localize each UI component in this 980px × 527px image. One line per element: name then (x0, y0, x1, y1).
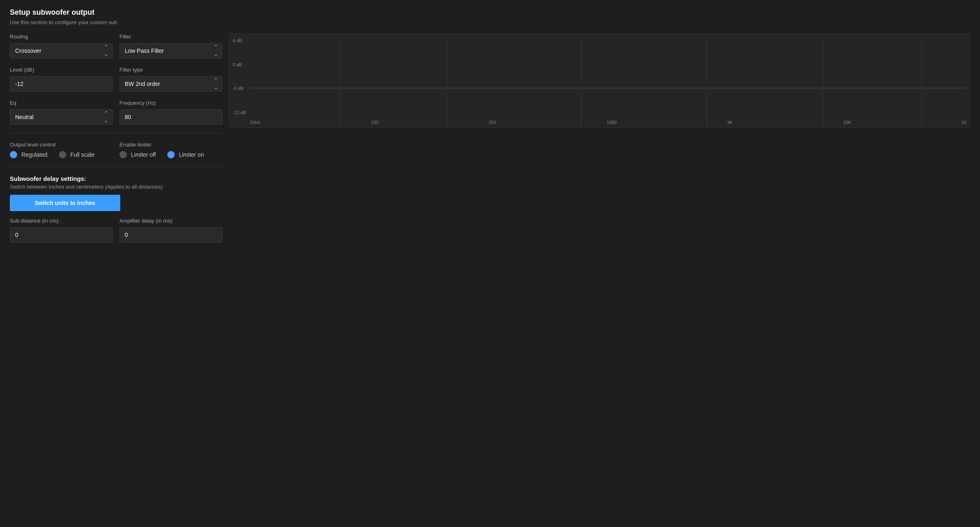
filter-select[interactable]: Low Pass Filter High Pass Filter Band Pa… (119, 43, 223, 59)
delay-settings-subtitle: Switch between Inches and centimeters (A… (10, 184, 223, 190)
filter-label: Filter (119, 34, 223, 40)
fullscale-dot (59, 151, 66, 158)
eq-select[interactable]: Neutral Flat Custom (10, 109, 113, 125)
amplifier-delay-input[interactable] (119, 227, 223, 243)
routing-select-wrapper: Crossover Full range Bypass ⌃⌄ (10, 43, 113, 59)
limiter-toggles: Limiter off Limiter on (119, 151, 223, 158)
frequency-input[interactable] (119, 109, 223, 125)
eq-select-wrapper: Neutral Flat Custom ⌃⌄ (10, 109, 113, 125)
limiter-off-label: Limiter off (131, 151, 156, 158)
limiter-on-dot (167, 151, 175, 158)
eq-frequency-row: Eq Neutral Flat Custom ⌃⌄ Frequency (Hz) (10, 100, 223, 125)
fullscale-toggle-group[interactable]: Full scale (59, 151, 94, 158)
eq-label: Eq (10, 100, 113, 106)
sub-distance-col: Sub distance (in cm): (10, 218, 113, 243)
page-title: Setup subwoofer output (10, 8, 970, 17)
level-label: Level (dB) (10, 67, 113, 73)
main-layout: Routing Crossover Full range Bypass ⌃⌄ F… (10, 34, 970, 243)
sub-delay-row: Sub distance (in cm): Amplifier delay (i… (10, 218, 223, 243)
delay-settings-section: Subwoofer delay settings: Switch between… (10, 175, 223, 243)
sub-distance-label: Sub distance (in cm): (10, 218, 113, 224)
level-input[interactable] (10, 76, 113, 92)
chart-svg (250, 38, 967, 128)
divider-2 (10, 167, 223, 167)
eq-col: Eq Neutral Flat Custom ⌃⌄ (10, 100, 113, 125)
regulated-toggle-group[interactable]: Regulated (10, 151, 47, 158)
regulated-dot (10, 151, 17, 158)
x-label-10k: 10K (843, 120, 851, 125)
output-level-toggles: Regulated Full scale (10, 151, 113, 158)
routing-col: Routing Crossover Full range Bypass ⌃⌄ (10, 34, 113, 59)
output-level-label: Output level control (10, 142, 113, 148)
filter-select-wrapper: Low Pass Filter High Pass Filter Band Pa… (119, 43, 223, 59)
divider-1 (10, 133, 223, 133)
filter-type-select[interactable]: BW 2nd order LR 2nd order BW 4th order L… (119, 76, 223, 92)
limiter-off-toggle-group[interactable]: Limiter off (119, 151, 156, 158)
switch-units-button[interactable]: Switch units to inches (10, 195, 120, 211)
x-label-100: 100 (371, 120, 378, 125)
frequency-col: Frequency (Hz) (119, 100, 223, 125)
sub-distance-input[interactable] (10, 227, 113, 243)
x-label-20hz: 20Hz (250, 120, 261, 125)
limiter-on-toggle-group[interactable]: Limiter on (167, 151, 204, 158)
delay-settings-title: Subwoofer delay settings: (10, 175, 223, 182)
enable-limiter-col: Enable limiter Limiter off Limiter on (119, 142, 223, 158)
page-container: Setup subwoofer output Use this section … (10, 8, 970, 243)
chart-x-labels: 20Hz 100 250 1000 3K 10K 20 (250, 120, 967, 125)
filter-type-col: Filter type BW 2nd order LR 2nd order BW… (119, 67, 223, 92)
x-label-250: 250 (489, 120, 496, 125)
routing-label: Routing (10, 34, 113, 40)
chart-panel: 6 dB 0 dB -6 dB -12 dB (229, 34, 970, 243)
enable-limiter-label: Enable limiter (119, 142, 223, 148)
x-label-20: 20 (962, 120, 967, 125)
frequency-chart: 6 dB 0 dB -6 dB -12 dB (229, 34, 970, 128)
amplifier-delay-col: Amplifier delay (in ms): (119, 218, 223, 243)
level-filtertype-row: Level (dB) Filter type BW 2nd order LR 2… (10, 67, 223, 92)
regulated-label: Regulated (21, 151, 47, 158)
y-label-0db: 0 dB (233, 62, 246, 67)
amplifier-delay-label: Amplifier delay (in ms): (119, 218, 223, 224)
frequency-label: Frequency (Hz) (119, 100, 223, 106)
limiter-off-dot (119, 151, 127, 158)
y-label-neg6db: -6 dB (233, 86, 246, 91)
level-col: Level (dB) (10, 67, 113, 92)
chart-y-labels: 6 dB 0 dB -6 dB -12 dB (233, 38, 246, 115)
filter-type-label: Filter type (119, 67, 223, 73)
page-subtitle: Use this section to configure your custo… (10, 19, 970, 25)
routing-filter-row: Routing Crossover Full range Bypass ⌃⌄ F… (10, 34, 223, 59)
x-label-1000: 1000 (607, 120, 616, 125)
fullscale-label: Full scale (70, 151, 94, 158)
filter-type-select-wrapper: BW 2nd order LR 2nd order BW 4th order L… (119, 76, 223, 92)
y-label-6db: 6 dB (233, 38, 246, 43)
routing-select[interactable]: Crossover Full range Bypass (10, 43, 113, 59)
output-level-col: Output level control Regulated Full scal… (10, 142, 113, 158)
output-limiter-row: Output level control Regulated Full scal… (10, 142, 223, 158)
x-label-3k: 3K (727, 120, 733, 125)
filter-col: Filter Low Pass Filter High Pass Filter … (119, 34, 223, 59)
y-label-neg12db: -12 dB (233, 110, 246, 115)
limiter-on-label: Limiter on (179, 151, 204, 158)
controls-panel: Routing Crossover Full range Bypass ⌃⌄ F… (10, 34, 223, 243)
